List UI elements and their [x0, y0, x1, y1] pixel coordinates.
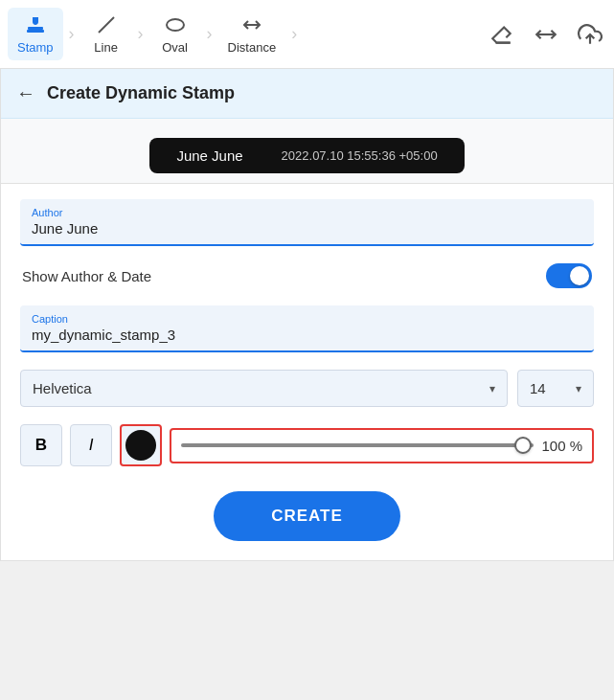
font-size-value: 14	[530, 380, 546, 396]
back-button[interactable]: ←	[16, 82, 35, 104]
opacity-control[interactable]: 100 %	[170, 428, 594, 463]
toolbar-item-distance[interactable]: Distance	[218, 8, 286, 60]
italic-button[interactable]: I	[70, 424, 112, 466]
opacity-slider-thumb	[514, 437, 532, 454]
show-author-toggle[interactable]	[546, 263, 592, 288]
form-area: Author June June Show Author & Date Capt…	[1, 184, 613, 482]
flip-icon	[534, 22, 558, 47]
flip-button[interactable]	[530, 18, 562, 51]
opacity-value: 100 %	[541, 438, 582, 454]
color-swatch	[125, 430, 156, 461]
toolbar-item-line[interactable]: Line	[80, 8, 132, 60]
separator-4: ›	[291, 24, 297, 44]
show-author-row: Show Author & Date	[20, 263, 594, 288]
svg-rect-1	[27, 30, 44, 33]
show-author-label: Show Author & Date	[22, 268, 151, 284]
toolbar-line-label: Line	[94, 40, 118, 55]
svg-rect-0	[28, 27, 43, 30]
author-label: Author	[32, 207, 582, 218]
stamp-preview-name: June June	[176, 147, 242, 164]
author-value: June June	[32, 220, 582, 237]
toolbar-item-oval[interactable]: Oval	[149, 8, 201, 60]
toolbar-oval-label: Oval	[162, 40, 188, 55]
panel-header: ← Create Dynamic Stamp	[1, 69, 613, 119]
caption-field[interactable]: Caption my_dynamic_stamp_3	[20, 305, 594, 352]
svg-line-2	[99, 17, 114, 33]
italic-icon: I	[89, 436, 94, 455]
toolbar-right	[486, 18, 606, 51]
style-row: B I 100 %	[20, 424, 594, 466]
oval-icon	[164, 13, 187, 36]
separator-2: ›	[138, 24, 144, 44]
toolbar-stamp-label: Stamp	[17, 40, 54, 55]
toolbar: Stamp › Line › Oval › Distance ›	[0, 0, 614, 69]
create-button[interactable]: CREATE	[214, 491, 400, 541]
line-icon	[95, 13, 118, 36]
author-field[interactable]: Author June June	[20, 199, 594, 246]
color-picker-button[interactable]	[120, 424, 162, 466]
stamp-preview-date: 2022.07.10 15:55:36 +05:00	[282, 148, 438, 163]
font-family-chevron-icon: ▾	[489, 382, 495, 395]
separator-3: ›	[207, 24, 213, 44]
opacity-unit: %	[570, 438, 582, 454]
svg-point-3	[167, 19, 184, 31]
font-size-select[interactable]: 14 ▾	[517, 370, 594, 407]
distance-icon	[240, 13, 263, 36]
bold-icon: B	[35, 436, 47, 455]
caption-label: Caption	[32, 313, 582, 325]
font-family-value: Helvetica	[33, 380, 92, 396]
create-button-wrap: CREATE	[1, 482, 613, 560]
opacity-slider[interactable]	[181, 443, 534, 447]
opacity-number: 100	[541, 438, 565, 454]
separator-1: ›	[69, 24, 75, 44]
stamp-icon	[24, 13, 47, 36]
eraser-button[interactable]	[486, 18, 518, 51]
eraser-icon	[489, 22, 514, 47]
create-stamp-panel: ← Create Dynamic Stamp June June 2022.07…	[0, 69, 614, 561]
font-family-select[interactable]: Helvetica ▾	[20, 370, 508, 407]
toolbar-item-stamp[interactable]: Stamp	[8, 8, 63, 60]
toolbar-distance-label: Distance	[228, 40, 277, 55]
caption-value: my_dynamic_stamp_3	[32, 327, 582, 343]
toggle-knob	[570, 266, 589, 285]
upload-icon	[578, 22, 603, 47]
bold-button[interactable]: B	[20, 424, 62, 466]
stamp-preview-area: June June 2022.07.10 15:55:36 +05:00	[1, 119, 613, 184]
panel-title: Create Dynamic Stamp	[47, 83, 235, 103]
upload-button[interactable]	[574, 18, 606, 51]
font-size-chevron-icon: ▾	[576, 382, 581, 395]
back-arrow-icon: ←	[16, 82, 35, 104]
font-row: Helvetica ▾ 14 ▾	[20, 370, 594, 407]
stamp-preview: June June 2022.07.10 15:55:36 +05:00	[149, 138, 464, 173]
